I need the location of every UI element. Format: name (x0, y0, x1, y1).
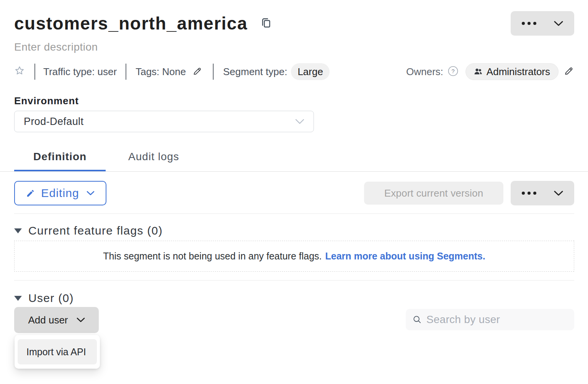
chevron-down-icon (87, 191, 95, 195)
tags-label: Tags: None (136, 66, 186, 78)
user-section-header[interactable]: User (0) (14, 292, 574, 305)
editing-label: Editing (41, 187, 79, 200)
user-search (406, 309, 574, 330)
chevron-down-icon (77, 318, 85, 322)
pencil-icon (26, 189, 35, 198)
help-icon[interactable]: ? (448, 66, 458, 78)
chevron-down-icon (554, 21, 563, 26)
separator (126, 64, 126, 80)
people-icon (474, 68, 482, 75)
separator (213, 64, 214, 80)
owners-group: Owners: ? Administrators (406, 63, 574, 80)
svg-text:?: ? (451, 68, 454, 74)
feature-flags-section-header[interactable]: Current feature flags (0) (14, 224, 574, 237)
learn-more-link[interactable]: Learn more about using Segments. (325, 251, 485, 262)
definition-more-actions-button[interactable] (511, 181, 574, 205)
tab-audit-logs[interactable]: Audit logs (109, 145, 198, 171)
collapse-triangle-icon (14, 296, 22, 301)
search-icon (413, 315, 422, 325)
chevron-down-icon (554, 191, 563, 196)
traffic-type-label: Traffic type: user (43, 66, 117, 78)
add-user-label: Add user (28, 314, 68, 326)
owners-label: Owners: (406, 66, 443, 78)
page-title: customers_north_america (14, 11, 248, 36)
editing-status-button[interactable]: Editing (14, 181, 106, 205)
definition-toolbar: Editing Export current version (14, 181, 574, 205)
ellipsis-icon (522, 192, 536, 195)
chevron-down-icon (295, 119, 304, 124)
tab-definition[interactable]: Definition (14, 145, 106, 171)
owners-badge[interactable]: Administrators (466, 63, 559, 80)
feature-flags-heading: Current feature flags (0) (28, 224, 163, 237)
header-more-actions-button[interactable] (511, 11, 574, 36)
user-heading: User (0) (28, 292, 74, 305)
user-toolbar: Add user Import via API (14, 307, 574, 333)
user-search-input[interactable] (426, 313, 567, 326)
copy-icon[interactable] (260, 17, 272, 31)
collapse-triangle-icon (14, 228, 22, 233)
segment-type-label: Segment type: (223, 66, 287, 78)
menu-item-import-via-api[interactable]: Import via API (18, 339, 97, 364)
tabs: Definition Audit logs (0, 145, 588, 172)
add-user-dropdown: Import via API (15, 335, 100, 369)
edit-tags-icon[interactable] (192, 66, 203, 78)
segment-type-badge: Large (291, 63, 330, 80)
feature-flags-empty-state: This segment is not being used in any fe… (14, 241, 574, 272)
environment-select[interactable]: Prod-Default (14, 111, 314, 132)
add-user-button[interactable]: Add user (14, 307, 99, 333)
divider (14, 213, 574, 214)
edit-owners-icon[interactable] (564, 66, 574, 78)
separator (34, 64, 35, 80)
export-current-version-button[interactable]: Export current version (364, 182, 503, 205)
meta-row: Traffic type: user Tags: None Segment ty… (14, 63, 574, 80)
environment-label: Environment (14, 96, 574, 106)
ellipsis-icon (522, 22, 536, 25)
header: customers_north_america (14, 11, 574, 36)
divider (14, 280, 574, 281)
empty-state-text: This segment is not being used in any fe… (103, 251, 322, 262)
page: customers_north_america Enter descriptio… (0, 0, 588, 333)
environment-select-value: Prod-Default (24, 116, 83, 128)
favorite-star-icon[interactable] (14, 66, 25, 78)
description-placeholder[interactable]: Enter description (14, 41, 574, 53)
owners-value: Administrators (487, 66, 550, 78)
